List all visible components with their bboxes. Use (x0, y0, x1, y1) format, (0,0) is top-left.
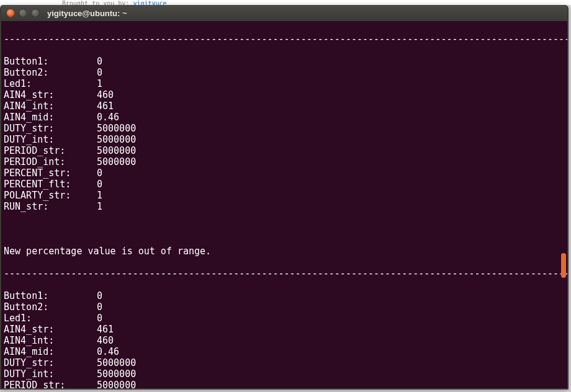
output-value: 0 (97, 56, 102, 67)
output-row: PERIOD_str:5000000 (4, 145, 565, 156)
output-label: PERCENT_flt: (4, 179, 97, 190)
output-row: AIN4_mid:0.46 (4, 112, 565, 123)
output-label: DUTY_int: (4, 368, 97, 380)
output-row: Button2:0 (4, 67, 565, 78)
output-label: RUN_str: (4, 201, 97, 212)
output-value: 0.46 (97, 346, 119, 357)
output-row: Button1:0 (4, 290, 565, 301)
output-label: POLARTY_str: (4, 190, 97, 201)
output-row: AIN4_str:460 (4, 89, 565, 100)
output-label: DUTY_str: (4, 123, 97, 134)
output-row: Led1:1 (4, 78, 565, 89)
separator-line: ----------------------------------------… (4, 33, 565, 45)
output-row: POLARTY_str:1 (4, 190, 565, 201)
output-label: PERIOD_str: (4, 145, 97, 156)
terminal-window: yigityuce@ubuntu: ~ --------------------… (0, 5, 569, 390)
output-label: AIN4_int: (4, 100, 97, 112)
output-value: 5000000 (97, 134, 136, 145)
close-icon[interactable] (6, 9, 15, 17)
output-row: Button2:0 (4, 301, 565, 313)
maximize-icon[interactable] (31, 9, 40, 17)
output-value: 5000000 (97, 145, 136, 156)
output-label: Button2: (4, 301, 97, 313)
output-row: DUTY_int:5000000 (4, 368, 565, 380)
window-titlebar[interactable]: yigityuce@ubuntu: ~ (1, 5, 567, 21)
output-row: DUTY_int:5000000 (4, 134, 565, 145)
output-row: PERIOD_int:5000000 (4, 156, 565, 167)
output-value: 0.46 (97, 112, 119, 123)
output-row: RUN_str:1 (4, 201, 565, 212)
output-value: 460 (97, 335, 114, 346)
output-label: Led1: (4, 313, 97, 324)
output-label: PERCENT_str: (4, 167, 97, 179)
output-value: 0 (97, 290, 102, 301)
output-value: 1 (97, 190, 102, 201)
output-row: PERIOD_str:5000000 (4, 380, 565, 388)
window-title: yigityuce@ubuntu: ~ (47, 9, 127, 18)
output-label: AIN4_str: (4, 324, 97, 335)
scrollbar-thumb[interactable] (561, 253, 566, 278)
output-value: 5000000 (97, 357, 136, 368)
output-value: 1 (97, 201, 102, 212)
output-label: DUTY_int: (4, 134, 97, 145)
output-row: AIN4_int:461 (4, 100, 565, 112)
output-value: 461 (97, 100, 114, 112)
output-row: DUTY_str:5000000 (4, 357, 565, 368)
output-value: 0 (97, 313, 102, 324)
output-label: Button1: (4, 56, 97, 67)
output-row: AIN4_mid:0.46 (4, 346, 565, 357)
separator-line: ----------------------------------------… (4, 268, 565, 279)
output-label: PERIOD_str: (4, 380, 97, 388)
output-label: PERIOD_int: (4, 156, 97, 167)
output-row: AIN4_int:460 (4, 335, 565, 346)
output-label: AIN4_mid: (4, 112, 97, 123)
output-label: AIN4_mid: (4, 346, 97, 357)
output-value: 0 (97, 167, 102, 179)
background-page-header: Brought to you by: yigityuce (0, 0, 571, 5)
output-value: 461 (97, 324, 114, 335)
output-row: DUTY_str:5000000 (4, 123, 565, 134)
output-row: Led1:0 (4, 313, 565, 324)
output-label: Button1: (4, 290, 97, 301)
output-value: 0 (97, 179, 102, 190)
output-value: 460 (97, 89, 114, 100)
error-message: New percentage value is out of range. (4, 246, 565, 257)
output-label: AIN4_str: (4, 89, 97, 100)
output-row: PERCENT_flt:0 (4, 179, 565, 190)
output-label: Led1: (4, 78, 97, 89)
output-label: DUTY_str: (4, 357, 97, 368)
scrollbar[interactable] (560, 22, 566, 388)
output-value: 0 (97, 67, 102, 78)
output-row: Button1:0 (4, 56, 565, 67)
terminal-output[interactable]: ----------------------------------------… (1, 21, 567, 388)
blank-line (4, 223, 565, 234)
output-row: PERCENT_str:0 (4, 167, 565, 179)
output-value: 5000000 (97, 123, 136, 134)
output-label: AIN4_int: (4, 335, 97, 346)
output-value: 1 (97, 78, 102, 89)
output-value: 0 (97, 301, 102, 313)
output-value: 5000000 (97, 380, 136, 388)
output-label: Button2: (4, 67, 97, 78)
output-row: AIN4_str:461 (4, 324, 565, 335)
output-value: 5000000 (97, 156, 136, 167)
output-value: 5000000 (97, 368, 136, 380)
minimize-icon[interactable] (19, 9, 27, 17)
